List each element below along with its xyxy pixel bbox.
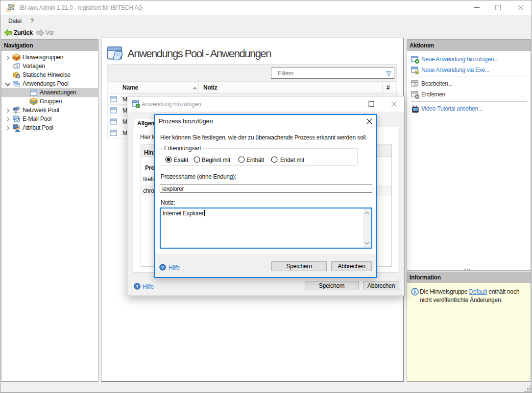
- svg-text:?: ?: [136, 284, 139, 289]
- svg-text:?: ?: [161, 265, 164, 270]
